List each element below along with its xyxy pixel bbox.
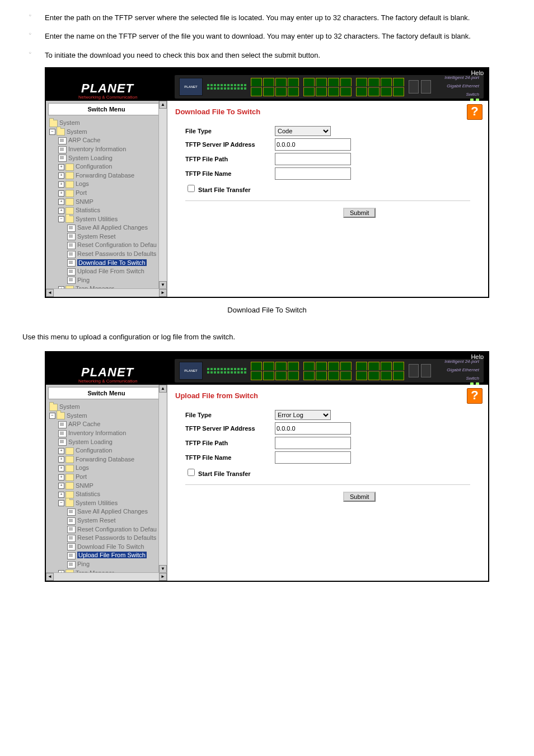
logo-text: PLANET: [81, 81, 134, 96]
filetype-select[interactable]: Error Log: [275, 410, 331, 420]
tree-item-resetcfg[interactable]: Reset Configuration to Defau: [48, 241, 165, 250]
expand-icon[interactable]: +: [58, 199, 64, 205]
tree-item-fwd[interactable]: +Forwarding Database: [48, 455, 165, 464]
collapse-icon[interactable]: −: [58, 500, 64, 506]
start-transfer-checkbox[interactable]: [188, 185, 195, 192]
path-input[interactable]: [275, 437, 351, 449]
tree-item-download[interactable]: Download File To Switch: [48, 259, 165, 268]
scroll-right-icon[interactable]: ►: [159, 573, 167, 581]
page-icon: [58, 146, 67, 153]
tree-item-inventory[interactable]: Inventory Information: [48, 429, 165, 438]
server-input[interactable]: [275, 138, 351, 151]
expand-icon[interactable]: +: [58, 181, 64, 188]
divider: [185, 200, 470, 201]
label-name: TFTP File Name: [185, 454, 275, 461]
tree-item-resetcfg[interactable]: Reset Configuration to Defau: [48, 525, 165, 534]
tree-item-save[interactable]: Save All Applied Changes: [48, 507, 165, 516]
page-icon: [67, 259, 76, 267]
expand-icon[interactable]: +: [58, 190, 64, 197]
scroll-up-icon[interactable]: ▲: [159, 385, 167, 393]
tree-item-resetpwd[interactable]: Reset Passwords to Defaults: [48, 250, 165, 259]
expand-icon[interactable]: +: [58, 456, 64, 463]
tree-item-reset[interactable]: System Reset: [48, 516, 165, 525]
tree-item-config[interactable]: +Configuration: [48, 162, 165, 171]
scroll-down-icon[interactable]: ▼: [159, 281, 167, 289]
tree-item-sysutil[interactable]: −System Utilities: [48, 215, 165, 224]
tree-item-loading[interactable]: System Loading: [48, 154, 165, 163]
scroll-left-icon[interactable]: ◄: [46, 289, 54, 297]
tree-item-port[interactable]: +Port: [48, 189, 165, 198]
tree-item-upload[interactable]: Upload File From Switch: [48, 267, 165, 276]
horizontal-scrollbar[interactable]: ◄►: [46, 572, 167, 581]
label-filetype: File Type: [185, 128, 275, 134]
path-input[interactable]: [275, 153, 351, 165]
folder-icon: [65, 207, 74, 214]
port-group-icon: [356, 362, 404, 380]
filetype-select[interactable]: Code: [275, 126, 331, 136]
tree-item-save[interactable]: Save All Applied Changes: [48, 223, 165, 232]
scroll-up-icon[interactable]: ▲: [159, 101, 167, 109]
tree-item-snmp[interactable]: +SNMP: [48, 198, 165, 207]
expand-icon[interactable]: +: [58, 474, 64, 480]
tree-root[interactable]: System: [48, 403, 165, 412]
tree-item-download[interactable]: Download File To Switch: [48, 543, 165, 552]
intro-list: TFTP File Path Enter the path on the TFT…: [22, 11, 512, 62]
expand-icon[interactable]: +: [58, 448, 64, 454]
scroll-down-icon[interactable]: ▼: [159, 565, 167, 573]
tree-item-reset[interactable]: System Reset: [48, 232, 165, 241]
folder-icon: [65, 465, 74, 472]
submit-button[interactable]: Submit: [343, 208, 376, 218]
tree-item-inventory[interactable]: Inventory Information: [48, 145, 165, 154]
tree-item-snmp[interactable]: +SNMP: [48, 482, 165, 491]
tree-item-sysutil[interactable]: −System Utilities: [48, 499, 165, 508]
collapse-icon[interactable]: −: [49, 413, 55, 419]
start-transfer-checkbox[interactable]: [188, 469, 195, 476]
page-icon: [67, 543, 76, 550]
folder-open-icon: [49, 120, 58, 127]
help-icon[interactable]: ?: [467, 388, 483, 404]
expand-icon[interactable]: +: [58, 172, 64, 179]
folder-icon: [65, 198, 74, 206]
tree-item-arp[interactable]: ARP Cache: [48, 420, 165, 429]
nav-title: Switch Menu: [48, 103, 165, 115]
tree-item-logs[interactable]: +Logs: [48, 464, 165, 473]
server-input[interactable]: [275, 422, 351, 435]
help-icon[interactable]: ?: [467, 104, 483, 120]
tree-item-fwd[interactable]: +Forwarding Database: [48, 171, 165, 180]
expand-icon[interactable]: +: [58, 164, 64, 170]
page-heading: Upload File from Switch: [175, 391, 480, 400]
tree-item-resetpwd[interactable]: Reset Passwords to Defaults: [48, 534, 165, 543]
submit-button[interactable]: Submit: [343, 492, 376, 502]
tree-item-port[interactable]: +Port: [48, 473, 165, 482]
tree-item-logs[interactable]: +Logs: [48, 180, 165, 189]
vertical-scrollbar[interactable]: ▲▼: [158, 101, 167, 297]
tree-item-config[interactable]: +Configuration: [48, 446, 165, 455]
page-icon: [58, 421, 67, 428]
device-panel: PLANET Intelligent 24-port Gig: [175, 75, 484, 99]
scroll-right-icon[interactable]: ►: [159, 289, 167, 297]
collapse-icon[interactable]: −: [49, 129, 55, 135]
panel-badge: PLANET: [179, 362, 203, 380]
tree-item-upload[interactable]: Upload File From Switch: [48, 551, 165, 560]
vertical-scrollbar[interactable]: ▲▼: [158, 385, 167, 581]
tree-item-arp[interactable]: ARP Cache: [48, 136, 165, 145]
tree-system[interactable]: −System: [48, 412, 165, 421]
scroll-left-icon[interactable]: ◄: [46, 573, 54, 581]
expand-icon[interactable]: +: [58, 492, 64, 498]
expand-icon[interactable]: +: [58, 483, 64, 489]
tree-item-ping[interactable]: Ping: [48, 276, 165, 285]
tree-system[interactable]: −System: [48, 128, 165, 137]
intro-text: Enter the name on the TFTP server of the…: [45, 32, 471, 40]
expand-icon[interactable]: +: [58, 465, 64, 472]
collapse-icon[interactable]: −: [58, 216, 64, 222]
expand-icon[interactable]: +: [58, 208, 64, 214]
tree-item-loading[interactable]: System Loading: [48, 438, 165, 447]
name-input[interactable]: [275, 167, 351, 180]
horizontal-scrollbar[interactable]: ◄►: [46, 288, 167, 297]
tree-item-ping[interactable]: Ping: [48, 560, 165, 569]
label-path: TFTP File Path: [185, 440, 275, 446]
tree-root[interactable]: System: [48, 119, 165, 128]
page-icon: [58, 438, 67, 446]
name-input[interactable]: [275, 451, 351, 464]
folder-icon: [65, 190, 74, 197]
